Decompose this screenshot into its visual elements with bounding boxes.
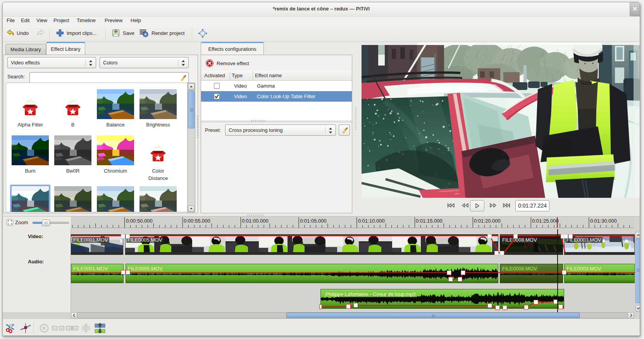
svg-text:0:00:50.000: 0:00:50.000 [126,218,153,224]
svg-text:0:01:10.000: 0:01:10.000 [358,218,385,224]
svg-text:0:01:20.000: 0:01:20.000 [474,218,501,224]
svg-text:0:01:30.000: 0:01:30.000 [590,218,617,224]
svg-text:0:01:15.000: 0:01:15.000 [416,218,443,224]
svg-text:0:01:25.000: 0:01:25.000 [532,218,559,224]
svg-text:0:01:05.000: 0:01:05.000 [300,218,327,224]
svg-text:0:01:00.000: 0:01:00.000 [242,218,269,224]
svg-text:0:00:55.000: 0:00:55.000 [184,218,210,224]
